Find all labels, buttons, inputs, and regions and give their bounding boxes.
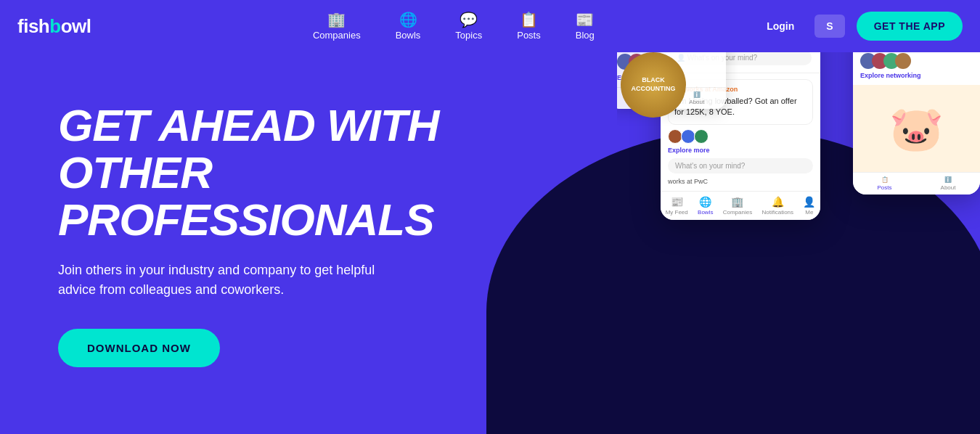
get-app-button[interactable]: GET THE APP (857, 12, 963, 41)
nav-bowls[interactable]: 🌐 Bowls (698, 196, 713, 216)
nav-notifications[interactable]: 🔔 Notifications (761, 196, 793, 216)
nav-item-posts[interactable]: 📋 Posts (517, 12, 541, 41)
peek-nav-about[interactable]: ℹ️ About (689, 91, 704, 105)
right-phone-body: Explore networking (853, 47, 980, 85)
nav-right-actions: Login S GET THE APP (758, 12, 963, 41)
piggy-bank-icon: 🐷 (889, 103, 944, 155)
companies-icon: 🏢 (327, 12, 346, 27)
gold-seal-badge: BLACKACCOUNTING (621, 52, 686, 118)
logo[interactable]: fishbowl (17, 15, 91, 38)
right-avatar-4 (895, 53, 911, 69)
nav-label-companies: Companies (313, 30, 361, 41)
nav-label-blog: Blog (576, 30, 595, 41)
explore-link[interactable]: Explore more (668, 147, 813, 154)
nav-companies[interactable]: 🏢 Companies (723, 196, 752, 216)
nav-item-companies[interactable]: 🏢 Companies (313, 12, 361, 41)
piggy-bank-area: 🐷 (853, 85, 980, 172)
phone-bottom-nav: 📰 My Feed 🌐 Bowls 🏢 Companies 🔔 Notifica… (661, 191, 820, 220)
nav-item-blog[interactable]: 📰 Blog (576, 12, 595, 41)
download-now-button[interactable]: DOWNLOAD NOW (58, 329, 220, 367)
navbar: fishbowl 🏢 Companies 🌐 Bowls 💬 Topics 📋 … (0, 0, 980, 52)
avatar-2 (681, 129, 695, 144)
nav-label-posts: Posts (517, 30, 541, 41)
nav-links: 🏢 Companies 🌐 Bowls 💬 Topics 📋 Posts 📰 B… (149, 12, 758, 41)
avatar-1 (668, 129, 682, 144)
right-avatars (860, 53, 973, 69)
right-explore[interactable]: Explore networking (860, 72, 973, 79)
nav-label-topics: Topics (455, 30, 482, 41)
login-button[interactable]: Login (758, 15, 803, 38)
hero-subtext: Join others in your industry and company… (58, 261, 392, 300)
right-nav-about[interactable]: ℹ️ About (941, 176, 956, 191)
hero-headline: GET AHEAD WITH OTHER PROFESSIONALS (58, 102, 494, 243)
avatar-3 (694, 129, 709, 144)
pwc-post: works at PwC (668, 178, 813, 185)
nav-me[interactable]: 👤 Me (803, 196, 815, 216)
bowls-icon: 🌐 (399, 12, 417, 27)
posts-icon: 📋 (520, 12, 538, 27)
nav-my-feed[interactable]: 📰 My Feed (666, 196, 688, 216)
headline-line2: OTHER PROFESSIONALS (58, 147, 434, 245)
right-bottom-nav: 📋 Posts ℹ️ About (853, 172, 980, 195)
topics-icon: 💬 (460, 12, 478, 27)
nav-item-bowls[interactable]: 🌐 Bowls (396, 12, 421, 41)
headline-line1: GET AHEAD WITH (58, 100, 438, 150)
hero-content: GET AHEAD WITH OTHER PROFESSIONALS Join … (58, 102, 494, 367)
nav-label-bowls: Bowls (396, 30, 421, 41)
nav-item-topics[interactable]: 💬 Topics (455, 12, 482, 41)
right-nav-posts[interactable]: 📋 Posts (878, 176, 892, 191)
whats-on-mind[interactable]: What's on your mind? (668, 158, 813, 173)
signup-button[interactable]: S (814, 15, 844, 38)
phone-avatars-row (668, 129, 813, 144)
blog-icon: 📰 (576, 12, 594, 27)
